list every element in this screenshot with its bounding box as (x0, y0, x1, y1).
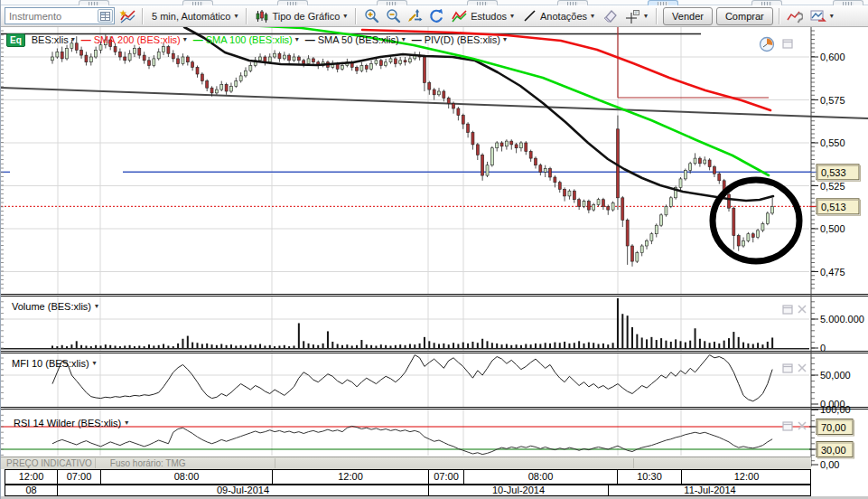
candle-body (539, 165, 542, 173)
volume-bar (148, 344, 150, 348)
candle-body (447, 99, 450, 104)
mfi-panel-dropdown[interactable]: MFI 10 (BES:xlis) ▾ (12, 358, 97, 369)
candle-body (118, 52, 121, 57)
time-axis-cell: 08:00 (100, 470, 272, 484)
candlestick-icon (256, 9, 268, 24)
candle-body (481, 155, 484, 175)
volume-bar (341, 345, 343, 348)
volume-bar (105, 344, 107, 348)
symbol-lookup-button[interactable] (98, 9, 113, 23)
candle-body (124, 57, 126, 61)
chart-plot-area[interactable]: 0,6000,5750,5500,5250,5000,4750,5330,513… (1, 0, 868, 499)
candle-body (220, 84, 223, 89)
candle-body (61, 52, 63, 59)
restore-panel-icon[interactable] (783, 40, 792, 48)
toolbar-separator (656, 8, 658, 24)
candle-body (274, 53, 276, 57)
undo-button[interactable] (427, 7, 445, 25)
candle-body (379, 61, 382, 66)
volume-bar (206, 344, 208, 348)
candle-body (360, 66, 363, 71)
volume-tick-label: 0 (820, 343, 826, 353)
candle-body (443, 91, 445, 99)
restore-panel-icon[interactable] (783, 422, 792, 430)
annotations-dropdown[interactable]: Anotações ▾ (520, 7, 597, 24)
annotation-circle[interactable] (713, 180, 799, 261)
legend-sma200-dropdown[interactable]: — SMA 200 (BES:xlis) ▾ (81, 34, 187, 45)
rsi-panel-dropdown[interactable]: RSI 14 Wilder (BES:xlis) ▾ (14, 418, 128, 428)
candle-body (80, 50, 83, 55)
candle-body (66, 49, 69, 59)
volume-bar (115, 345, 117, 348)
status-divider (275, 458, 275, 468)
volume-bar (525, 344, 527, 348)
legend-piv-dropdown[interactable]: — PIV(D) (BES:xlis) ▾ (412, 34, 507, 45)
volume-bar (308, 344, 310, 348)
volume-panel-dropdown[interactable]: Volume (BES:xlis) ▾ (12, 301, 98, 312)
volume-bar (733, 332, 734, 348)
last-price-badge: 0,513 (821, 202, 846, 212)
favorite-study-icon[interactable]: ★ (118, 7, 136, 25)
candle-body (704, 160, 706, 164)
zoom-out-button[interactable] (384, 7, 402, 25)
volume-bar (211, 344, 213, 348)
volume-bar (153, 345, 154, 348)
volume-bar (216, 345, 218, 348)
candle-body (167, 47, 170, 54)
candle-body (210, 88, 213, 93)
zoom-in-button[interactable] (362, 7, 380, 25)
candle-body (182, 57, 184, 64)
candle-body (297, 57, 300, 61)
volume-bar (675, 339, 677, 348)
line-sample-icon: — (305, 34, 315, 45)
date-axis-cell: 08 (5, 485, 57, 496)
candle-body (201, 74, 203, 81)
volume-bar (366, 344, 368, 348)
candle-body (496, 143, 499, 148)
volume-bar (767, 342, 769, 348)
sma100-label: SMA 100 (BES:xlis) (206, 34, 293, 45)
buy-button[interactable]: Comprar (716, 7, 773, 25)
legend-sma50-dropdown[interactable]: — SMA 50 (BES:xlis) ▾ (305, 34, 406, 45)
eraser-button[interactable] (601, 7, 619, 25)
volume-bar (249, 344, 251, 348)
legend-symbol-dropdown[interactable]: BES:xlis ▾ (32, 34, 75, 45)
chart-type-dropdown[interactable]: Tipo de Gráfico ▾ (253, 7, 350, 25)
volume-bar (220, 344, 222, 348)
legend-sma100-dropdown[interactable]: — SMA 100 (BES:xlis) ▾ (193, 34, 299, 45)
chevron-down-icon: ▾ (95, 303, 98, 310)
candle-body (519, 143, 522, 148)
candle-body (655, 225, 658, 234)
chart-export-dropdown[interactable]: ▾ (807, 7, 836, 24)
restore-panel-icon[interactable] (783, 306, 792, 314)
candle-body (525, 143, 527, 152)
volume-bar (191, 343, 193, 348)
volume-bar (278, 345, 280, 348)
candle-body (453, 103, 455, 108)
candle-body (486, 165, 489, 175)
volume-bar (588, 343, 590, 348)
chart-canvas[interactable]: 0,6000,5750,5500,5250,5000,4750,5330,513… (1, 0, 868, 499)
crosshair-dropdown[interactable]: ▾ (622, 7, 650, 25)
delayed-data-clock-icon[interactable] (761, 38, 774, 52)
chevron-down-icon: ▾ (402, 36, 406, 43)
interval-dropdown[interactable]: 5 min, Automático ▾ (149, 9, 240, 24)
volume-bar (520, 345, 522, 348)
volume-bar (95, 345, 97, 348)
restore-panel-icon[interactable] (783, 364, 792, 372)
volume-bar (173, 346, 174, 348)
volume-panel-label: Volume (BES:xlis) (12, 301, 91, 312)
candle-body (375, 61, 378, 64)
chart-settings-button[interactable] (786, 7, 804, 25)
sell-button[interactable]: Vender (663, 7, 713, 25)
volume-bar (695, 328, 696, 348)
candle-body (529, 152, 532, 159)
volume-bar (129, 345, 131, 348)
studies-dropdown[interactable]: Estudos ▾ (449, 7, 517, 24)
pan-adjust-button[interactable] (406, 7, 424, 25)
time-axis-cell: 07:00 (428, 470, 463, 484)
candle-body (500, 143, 503, 146)
volume-bar (158, 345, 160, 348)
volume-bar (197, 343, 199, 348)
candle-body (394, 59, 397, 64)
